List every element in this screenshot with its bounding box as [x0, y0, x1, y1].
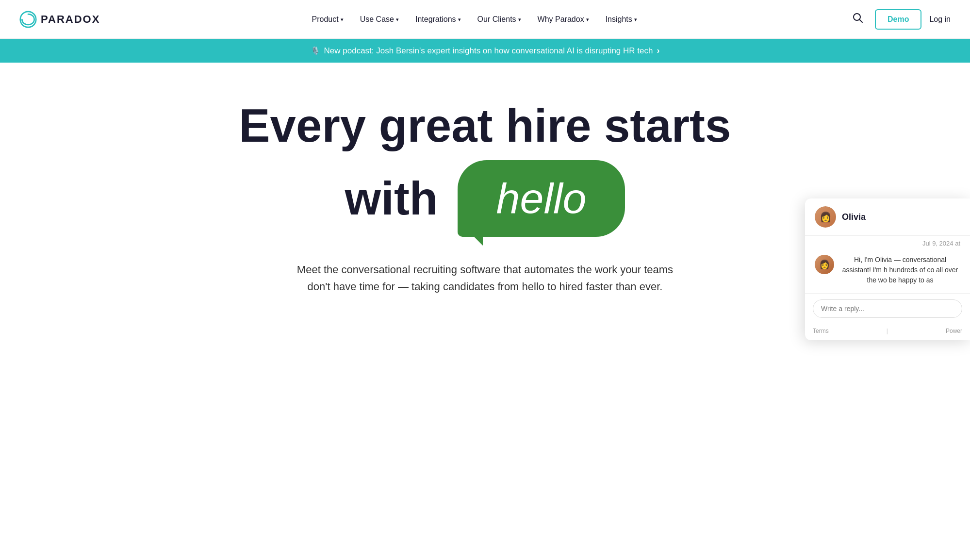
nav-item-insights[interactable]: Insights ▾	[599, 11, 644, 28]
nav-item-integrations[interactable]: Integrations ▾	[409, 11, 468, 28]
hello-bubble: hello	[458, 160, 625, 237]
search-icon	[853, 15, 863, 25]
nav-item-product[interactable]: Product ▾	[305, 11, 350, 28]
chat-powered-link[interactable]: Power	[946, 328, 962, 334]
hero-title-line2: with hello	[345, 160, 625, 237]
announcement-banner[interactable]: 🎙️ New podcast: Josh Bersin's expert ins…	[0, 39, 970, 63]
chat-terms-link[interactable]: Terms	[813, 328, 829, 334]
chat-timestamp: Jul 9, 2024 at	[805, 236, 970, 249]
chat-message-avatar: 👩	[815, 255, 834, 274]
logo[interactable]: PARADOX	[19, 11, 100, 28]
chevron-down-icon: ▾	[341, 16, 344, 23]
chat-header: 👩 Olivia	[805, 198, 970, 236]
chat-reply-input[interactable]	[813, 299, 962, 318]
hero-subtitle: Meet the conversational recruiting softw…	[296, 261, 674, 295]
chevron-down-icon: ▾	[586, 16, 589, 23]
hero-title-line1: Every great hire starts	[239, 101, 731, 150]
hello-text: hello	[496, 174, 587, 223]
nav-actions: Demo Log in	[849, 9, 951, 30]
nav-item-why-paradox[interactable]: Why Paradox ▾	[531, 11, 596, 28]
banner-arrow-icon: ›	[657, 46, 659, 56]
banner-text: New podcast: Josh Bersin's expert insigh…	[324, 46, 653, 56]
chevron-down-icon: ▾	[396, 16, 399, 23]
chevron-down-icon: ▾	[518, 16, 521, 23]
chat-widget: 👩 Olivia Jul 9, 2024 at 👩 Hi, I'm Olivia…	[805, 198, 970, 340]
nav-item-our-clients[interactable]: Our Clients ▾	[471, 11, 528, 28]
logo-text: PARADOX	[41, 13, 100, 26]
chat-avatar: 👩	[815, 206, 836, 228]
nav-links: Product ▾ Use Case ▾ Integrations ▾ Our …	[305, 11, 644, 28]
chat-footer-separator: |	[887, 328, 888, 334]
chat-footer: Terms | Power	[805, 324, 970, 340]
hero-section: Every great hire starts with hello Meet …	[0, 63, 970, 402]
nav-item-use-case[interactable]: Use Case ▾	[353, 11, 406, 28]
chat-input-area	[805, 293, 970, 324]
search-button[interactable]	[849, 9, 867, 30]
avatar-image: 👩	[815, 206, 836, 228]
hero-with-text: with	[345, 172, 438, 225]
chat-message-text: Hi, I'm Olivia — conversational assistan…	[840, 255, 960, 285]
navigation: PARADOX Product ▾ Use Case ▾ Integration…	[0, 0, 970, 39]
chat-agent-name: Olivia	[842, 212, 866, 222]
banner-icon: 🎙️	[311, 46, 320, 55]
chevron-down-icon: ▾	[458, 16, 461, 23]
svg-line-2	[859, 20, 862, 23]
login-button[interactable]: Log in	[929, 15, 951, 24]
demo-button[interactable]: Demo	[875, 9, 921, 30]
chat-body: 👩 Hi, I'm Olivia — conversational assist…	[805, 249, 970, 293]
chevron-down-icon: ▾	[634, 16, 637, 23]
